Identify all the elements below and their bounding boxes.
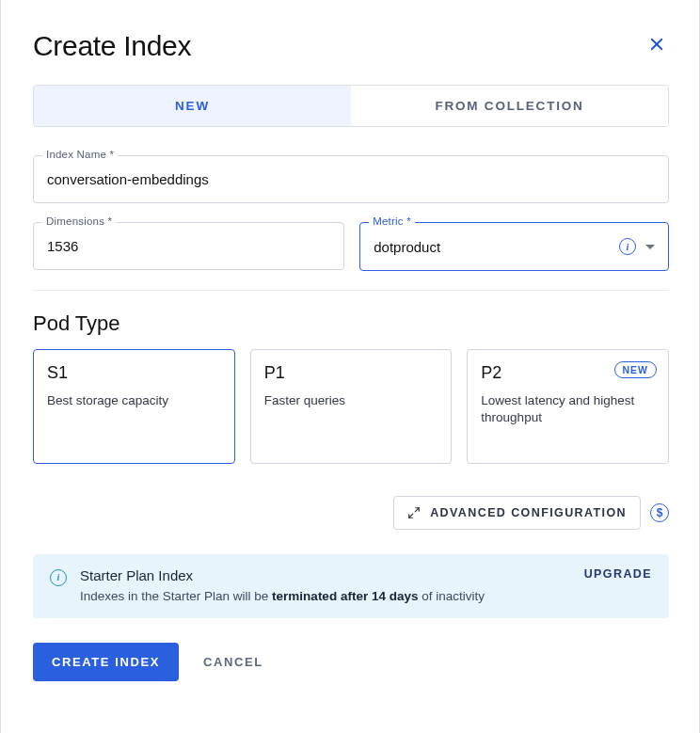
source-tabs: NEW FROM COLLECTION [33, 85, 669, 127]
metric-label: Metric * [369, 215, 415, 227]
svg-line-3 [409, 514, 413, 518]
info-icon[interactable]: i [619, 238, 636, 255]
chevron-down-icon [645, 245, 655, 249]
index-name-field-wrapper: Index Name * [33, 155, 669, 203]
tab-new[interactable]: NEW [34, 86, 351, 126]
pod-desc: Faster queries [264, 392, 438, 409]
pod-desc: Best storage capacity [47, 392, 221, 409]
metric-value: dotproduct [374, 239, 440, 255]
pod-card-p1[interactable]: P1 Faster queries [250, 349, 453, 464]
pod-name: S1 [47, 363, 221, 383]
create-index-button[interactable]: CREATE INDEX [33, 643, 179, 681]
advanced-config-label: ADVANCED CONFIGURATION [430, 506, 627, 519]
close-button[interactable] [644, 32, 669, 61]
starter-plan-banner: i Starter Plan Index Indexes in the Star… [33, 554, 669, 618]
index-name-input[interactable] [33, 155, 669, 203]
advanced-config-button[interactable]: ADVANCED CONFIGURATION [393, 496, 641, 530]
pod-card-p2[interactable]: NEW P2 Lowest latency and highest throug… [467, 349, 669, 464]
metric-field-wrapper: Metric * dotproduct i [359, 222, 669, 271]
pricing-icon[interactable]: $ [650, 503, 669, 522]
svg-line-2 [415, 508, 419, 512]
banner-text: Indexes in the Starter Plan will be term… [80, 589, 571, 603]
dimensions-field-wrapper: Dimensions * [33, 222, 344, 271]
new-badge: NEW [614, 361, 658, 378]
divider [33, 290, 669, 291]
banner-info-icon: i [50, 567, 67, 586]
pod-type-title: Pod Type [33, 311, 669, 336]
index-name-label: Index Name * [42, 149, 118, 160]
tab-from-collection[interactable]: FROM COLLECTION [351, 86, 668, 126]
pod-desc: Lowest latency and highest throughput [481, 392, 655, 426]
cancel-button[interactable]: CANCEL [203, 655, 263, 669]
banner-title: Starter Plan Index [80, 567, 571, 583]
dimensions-label: Dimensions * [42, 215, 116, 227]
pod-name: P1 [264, 363, 438, 383]
expand-icon [407, 506, 421, 519]
pod-type-grid: S1 Best storage capacity P1 Faster queri… [33, 349, 669, 464]
dimensions-input[interactable] [33, 222, 344, 270]
upgrade-link[interactable]: UPGRADE [584, 567, 652, 581]
metric-select[interactable]: dotproduct i [359, 222, 669, 271]
page-title: Create Index [33, 30, 191, 62]
pod-card-s1[interactable]: S1 Best storage capacity [33, 349, 235, 464]
close-icon [648, 36, 665, 53]
